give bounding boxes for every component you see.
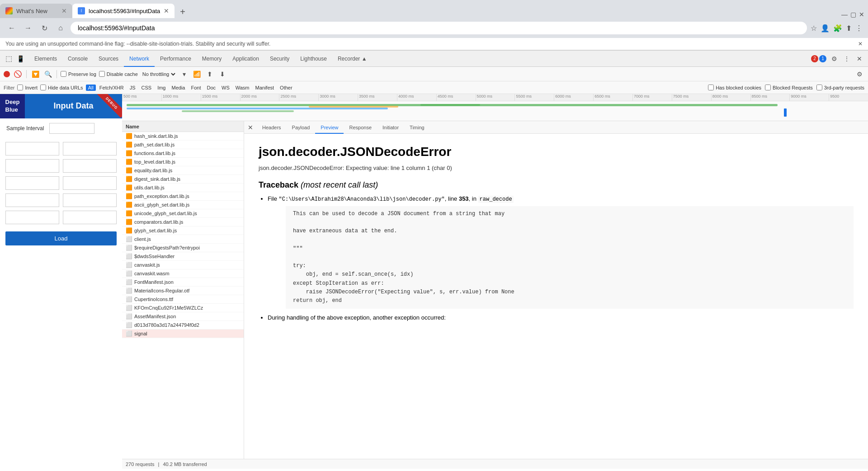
tab-application[interactable]: Application [227, 51, 264, 67]
list-item[interactable]: 🟧 ascii_glyph_set.dart.lib.js [122, 201, 244, 209]
filter-type-js[interactable]: JS [127, 85, 138, 91]
tab-whats-new[interactable]: What's New ✕ [0, 4, 72, 18]
list-item[interactable]: 🟧 comparators.dart.lib.js [122, 218, 244, 226]
back-button[interactable]: ← [5, 22, 18, 34]
list-item[interactable]: ⬜ canvaskit.wasm [122, 269, 244, 278]
profile-icon[interactable]: 👤 [821, 24, 830, 33]
detail-tab-timing[interactable]: Timing [404, 121, 430, 134]
list-item[interactable]: 🟧 utils.dart.lib.js [122, 184, 244, 192]
list-item[interactable]: 🟧 hash_sink.dart.lib.js [122, 132, 244, 141]
address-input[interactable] [71, 22, 807, 34]
load-button[interactable]: Load [5, 231, 117, 245]
list-item[interactable]: ⬜ KFOmCnqEu92Fr1Me5WZLCz [122, 304, 244, 312]
detail-tab-headers[interactable]: Headers [257, 121, 287, 134]
filter-type-other[interactable]: Other [278, 85, 295, 91]
form-field-4[interactable] [63, 159, 117, 173]
form-field-2[interactable] [63, 142, 117, 155]
form-field-8[interactable] [63, 193, 117, 207]
record-button[interactable] [4, 71, 10, 77]
third-party-checkbox[interactable] [816, 85, 822, 90]
minimize-icon[interactable]: — [841, 11, 848, 18]
list-item[interactable]: ⬜ MaterialIcons-Regular.otf [122, 287, 244, 295]
tab-memory[interactable]: Memory [197, 51, 227, 67]
hide-data-urls-checkbox[interactable] [40, 85, 46, 90]
disable-cache-checkbox[interactable] [99, 71, 105, 77]
menu-icon[interactable]: ⋮ [855, 24, 863, 33]
third-party-label[interactable]: 3rd-party requests [816, 85, 864, 90]
devtools-device-button[interactable]: 📱 [15, 54, 25, 64]
filter-type-fetch[interactable]: Fetch/XHR [97, 85, 126, 91]
list-item[interactable]: ⬜ FontManifest.json [122, 278, 244, 287]
list-item[interactable]: 🟧 functions.dart.lib.js [122, 149, 244, 158]
filter-type-all[interactable]: All [86, 85, 96, 91]
preserve-log-checkbox[interactable] [61, 71, 66, 77]
bookmark-icon[interactable]: ☆ [811, 24, 817, 33]
devtools-more-icon[interactable]: ⋮ [842, 54, 852, 64]
tab-close-app[interactable]: ✕ [164, 7, 169, 14]
info-bar-close[interactable]: ✕ [858, 41, 863, 47]
filter-type-media[interactable]: Media [169, 85, 187, 91]
invert-label[interactable]: Invert [17, 85, 38, 90]
tab-performance[interactable]: Performance [155, 51, 197, 67]
throttle-select[interactable]: No throttling [141, 71, 177, 77]
blocked-requests-checkbox[interactable] [765, 85, 771, 90]
maximize-icon[interactable]: ▢ [850, 11, 856, 18]
form-field-5[interactable] [5, 176, 59, 190]
filter-type-ws[interactable]: WS [219, 85, 232, 91]
tab-lighthouse[interactable]: Lighthouse [295, 51, 332, 67]
tab-elements[interactable]: Elements [29, 51, 62, 67]
blocked-requests-label[interactable]: Blocked Requests [765, 85, 813, 90]
list-item[interactable]: 🟧 digest_sink.dart.lib.js [122, 175, 244, 184]
tab-console[interactable]: Console [62, 51, 93, 67]
list-item[interactable]: ⬜ d013d780a3d17a244794f0d2 [122, 321, 244, 330]
list-item[interactable]: 🟧 path_set.dart.lib.js [122, 141, 244, 149]
filter-type-wasm[interactable]: Wasm [233, 85, 252, 91]
tab-app[interactable]: l localhost:55963/#InputData ✕ [72, 4, 175, 18]
tab-network[interactable]: Network [124, 51, 155, 67]
list-item[interactable]: 🟧 glyph_set.dart.lib.js [122, 226, 244, 235]
list-item[interactable]: ⬜ $dwdsSseHandler [122, 252, 244, 261]
forward-button[interactable]: → [22, 22, 34, 34]
tab-recorder[interactable]: Recorder ▲ [332, 51, 373, 67]
filter-type-font[interactable]: Font [189, 85, 203, 91]
search-icon[interactable]: 🔍 [43, 69, 53, 79]
list-item[interactable]: ⬜ canvaskit.js [122, 261, 244, 269]
blocked-cookies-label[interactable]: Has blocked cookies [708, 85, 761, 90]
wifi-icon[interactable]: 📶 [192, 69, 202, 79]
tab-sources[interactable]: Sources [93, 51, 124, 67]
filter-type-manifest[interactable]: Manifest [253, 85, 277, 91]
detail-tab-response[interactable]: Response [344, 121, 377, 134]
list-item[interactable]: 🟧 unicode_glyph_set.dart.lib.js [122, 209, 244, 218]
network-settings-icon[interactable]: ⚙ [854, 69, 864, 79]
detail-close-button[interactable]: ✕ [248, 124, 253, 131]
list-item[interactable]: ⬜ $requireDigestsPath?entrypoi [122, 244, 244, 252]
hide-data-urls-label[interactable]: Hide data URLs [40, 85, 83, 90]
form-field-1[interactable] [5, 142, 59, 155]
share-icon[interactable]: ⬆ [846, 24, 852, 33]
filter-icon[interactable]: 🔽 [30, 69, 40, 79]
home-button[interactable]: ⌂ [54, 22, 67, 34]
tab-close-whats-new[interactable]: ✕ [61, 7, 67, 14]
upload-icon[interactable]: ⬆ [205, 69, 215, 79]
disable-cache-label[interactable]: Disable cache [99, 71, 138, 77]
invert-checkbox[interactable] [17, 85, 23, 90]
form-field-7[interactable] [5, 193, 59, 207]
detail-tab-payload[interactable]: Payload [287, 121, 316, 134]
new-tab-button[interactable]: + [176, 5, 189, 18]
devtools-close-icon[interactable]: ✕ [854, 54, 864, 64]
tab-security[interactable]: Security [264, 51, 295, 67]
form-field-6[interactable] [63, 176, 117, 190]
sample-interval-input[interactable] [49, 123, 94, 134]
extensions-icon[interactable]: 🧩 [833, 24, 842, 33]
list-item[interactable]: 🟧 path_exception.dart.lib.js [122, 192, 244, 201]
preserve-log-label[interactable]: Preserve log [61, 71, 96, 77]
clear-button[interactable]: 🚫 [13, 69, 23, 79]
filter-type-img[interactable]: Img [155, 85, 168, 91]
devtools-inspect-button[interactable]: ⬚ [4, 54, 14, 64]
reload-button[interactable]: ↻ [38, 22, 51, 34]
filter-type-doc[interactable]: Doc [204, 85, 218, 91]
detail-tab-initiator[interactable]: Initiator [377, 121, 404, 134]
list-item[interactable]: 🟧 top_level.dart.lib.js [122, 158, 244, 166]
form-field-3[interactable] [5, 159, 59, 173]
blocked-cookies-checkbox[interactable] [708, 85, 714, 90]
